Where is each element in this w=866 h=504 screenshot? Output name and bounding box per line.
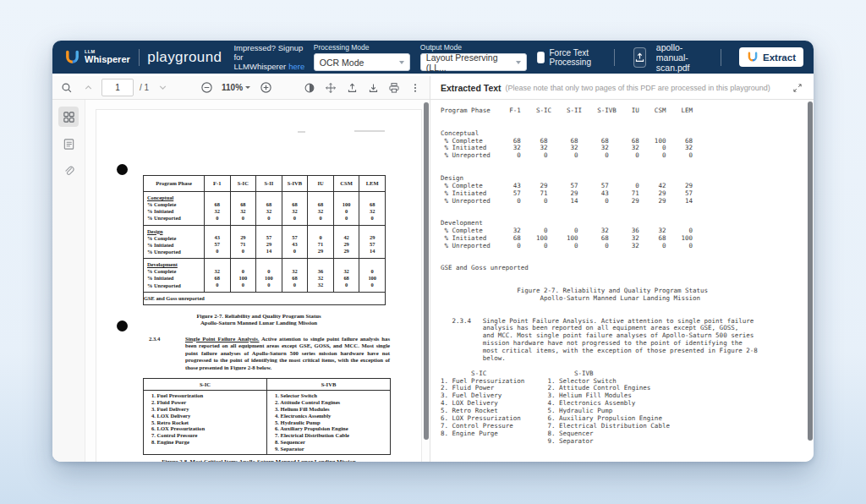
theme-contrast-button[interactable]: [302, 80, 317, 96]
paperclip-icon: [63, 165, 75, 178]
signup-text: Impressed? Signup for LLMWhispererhere: [233, 43, 313, 71]
chevron-down-icon: [245, 86, 250, 89]
uploaded-filename: apollo-manual-scan.pdf: [656, 42, 702, 73]
zoom-out-button[interactable]: [199, 80, 214, 96]
zoom-level-dropdown[interactable]: 110%: [222, 83, 250, 92]
extract-button[interactable]: Extract: [739, 47, 803, 67]
logo-u-icon: [64, 50, 80, 65]
punch-hole-mark: [117, 164, 128, 175]
extracted-text-content: Program Phase F-1 S-IC S-II S-IVB IU CSM…: [430, 100, 814, 445]
table-row: 1. Fuel Pressurization 2. Fluid Power 3.…: [144, 390, 391, 454]
group-name: Development: [144, 260, 204, 268]
viewer-sidebar: [52, 100, 85, 462]
force-text-label: Force Text Processing: [550, 48, 596, 67]
llmwhisperer-logo: LLM Whisperer: [64, 50, 130, 65]
section-title: Single Point Failure Analysis.: [185, 336, 260, 342]
extracted-text-title: Extracted Text: [441, 83, 502, 93]
chevron-down-icon: [399, 61, 404, 64]
open-file-icon[interactable]: [344, 80, 359, 96]
table-group-row: Design % Complete % Initiated % Unreport…: [144, 225, 386, 259]
extracted-text-scrollbar[interactable]: [808, 101, 813, 458]
table-group-row: Development % Complete % Initiated % Unr…: [144, 259, 386, 293]
signup-link[interactable]: here: [288, 62, 304, 71]
top-navbar: LLM Whisperer playground Impressed? Sign…: [52, 41, 814, 74]
grid-icon: [63, 111, 75, 123]
pdf-canvas-area: Program Phase F-1 S-IC S-II S-IVB IU CSM…: [85, 100, 430, 462]
figure-2-8-caption: Figure 2-8. Most Critical Items Apollo-S…: [96, 458, 421, 462]
chevron-down-icon: [516, 61, 521, 64]
attachments-button[interactable]: [58, 161, 79, 181]
app-window: LLM Whisperer playground Impressed? Sign…: [52, 41, 814, 462]
pdf-scrollbar[interactable]: [424, 102, 429, 454]
table-header-row: Program Phase F-1 S-IC S-II S-IVB IU CSM…: [144, 176, 386, 192]
scan-artifact: [354, 130, 385, 132]
logo-whisperer-text: Whisperer: [85, 55, 130, 64]
more-options-kebab-icon[interactable]: [408, 80, 423, 96]
expand-panel-icon[interactable]: [790, 80, 805, 96]
punch-hole-mark: [117, 320, 128, 331]
pdf-toolbar: / 1 110%: [52, 76, 430, 100]
force-text-checkbox[interactable]: [537, 52, 545, 63]
upload-icon: [634, 52, 645, 63]
program-status-table: Program Phase F-1 S-IC S-II S-IVB IU CSM…: [143, 175, 386, 305]
section-2-3-4-paragraph: 2.3.4 Single Point Failure Analysis. Act…: [149, 336, 390, 371]
table-header-row: S-IC S-IVB: [144, 378, 391, 390]
critical-items-table: S-IC S-IVB 1. Fuel Pressurization 2. Flu…: [143, 378, 391, 455]
upload-file-button[interactable]: [633, 47, 646, 68]
scan-artifact: [298, 131, 305, 133]
extracted-text-header: Extracted Text (Please note that only tw…: [430, 76, 814, 100]
previous-page-button[interactable]: [80, 80, 96, 96]
scrollbar-thumb[interactable]: [424, 102, 429, 440]
scrollbar-thumb[interactable]: [808, 101, 813, 441]
search-icon[interactable]: [59, 80, 74, 96]
pan-tool-button[interactable]: [323, 80, 338, 96]
group-name: Design: [144, 227, 204, 235]
page-number-input[interactable]: [101, 79, 134, 96]
download-icon[interactable]: [365, 80, 381, 96]
page-title: playground: [147, 49, 222, 66]
page-total-label: / 1: [140, 83, 149, 92]
logo-u-icon: [747, 52, 759, 63]
extracted-text-panel: Program Phase F-1 S-IC S-II S-IVB IU CSM…: [430, 100, 814, 462]
section-number: 2.3.4: [149, 336, 160, 342]
print-icon[interactable]: [386, 80, 402, 96]
navbar-divider: [139, 49, 140, 66]
group-name: Conceptual: [144, 194, 204, 201]
output-mode-select[interactable]: Layout Preserving (LL...: [420, 53, 527, 71]
output-mode-label: Output Mode: [420, 43, 527, 52]
pdf-viewer-panel: Program Phase F-1 S-IC S-II S-IVB IU CSM…: [52, 100, 430, 462]
figure-2-7-caption: Figure 2-7. Reliability and Quality Prog…: [96, 313, 421, 327]
next-page-button[interactable]: [155, 80, 170, 96]
processing-mode-label: Processing Mode: [314, 43, 410, 52]
extracted-text-note: (Please note that only two pages of this…: [506, 84, 770, 92]
document-outline-button[interactable]: [58, 134, 79, 154]
table-footer-row: GSE and Goss unreported: [144, 292, 386, 304]
zoom-in-button[interactable]: [258, 80, 273, 96]
thumbnails-view-button[interactable]: [58, 107, 79, 127]
table-group-row: Conceptual % Complete % Initiated % Unre…: [144, 192, 386, 226]
scanned-pdf-page: Program Phase F-1 S-IC S-II S-IVB IU CSM…: [96, 110, 421, 462]
processing-mode-select[interactable]: OCR Mode: [314, 53, 410, 71]
outline-icon: [63, 138, 75, 151]
